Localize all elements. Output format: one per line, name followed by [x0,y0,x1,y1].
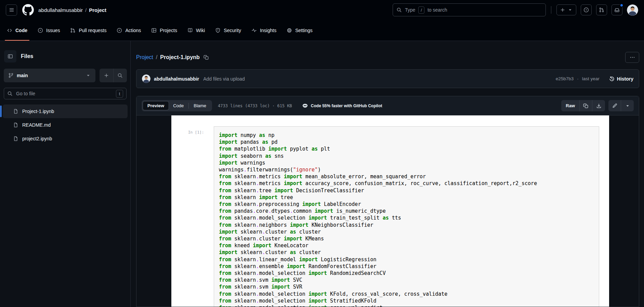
breadcrumb-owner-link[interactable]: abdullahalmusabbir [38,7,83,13]
code-line: from sklearn.metrics import mean_absolut… [219,173,599,180]
nav-tab-label: Code [15,28,27,33]
code-line: from sklearn.linear_model import Logisti… [219,256,599,263]
file-view-toolbar: PreviewCodeBlame 4733 lines (4733 loc) ·… [136,96,639,115]
nav-tab-code[interactable]: Code [2,20,32,41]
download-raw-button[interactable] [592,100,605,111]
code-line: from sklearn.svm import SVC [219,277,599,283]
hamburger-menu-button[interactable] [6,4,17,16]
breadcrumb-separator: / [156,54,157,60]
menu-icon [9,7,14,13]
plus-icon [560,7,565,13]
nav-tab-issues[interactable]: Issues [32,20,65,41]
git-branch-icon [8,73,14,78]
commit-author-image [142,74,150,83]
history-button[interactable]: History [609,76,633,82]
code-line: from sklearn.tree import DecisionTreeCla… [219,187,599,194]
edit-actions-group [608,100,634,111]
nav-tab-label: Wiki [196,28,205,33]
code-line: from sklearn.svm import SVR [219,283,599,290]
copilot-icon [302,103,308,109]
user-avatar-button[interactable] [627,4,638,16]
file-view: PreviewCodeBlame 4733 lines (4733 loc) ·… [136,96,639,307]
pencil-icon [612,103,617,109]
history-label: History [617,76,633,82]
commit-author-avatar[interactable] [142,74,150,83]
file-tree-item[interactable]: Project-1.ipynb [3,104,128,118]
add-file-button[interactable] [100,69,114,82]
pr-icon [70,28,76,33]
notebook-page: In [1]: import numpy as npimport pandas … [171,115,609,307]
commit-author-link[interactable]: abdullahalmusabbir [154,76,199,82]
commit-meta-separator: · [577,76,579,81]
code-line: from sklearn.model_selection import Stra… [219,297,599,304]
search-this-repo-button[interactable] [114,69,127,82]
global-search-input[interactable]: Type / to search [393,3,546,16]
code-line: from sklearn.model_selection import cros… [219,304,599,307]
code-block: import numpy as npimport pandas as pdfro… [219,132,599,307]
view-tab-code[interactable]: Code [169,101,188,110]
nav-tab-label: Insights [260,28,276,33]
inbox-button[interactable] [612,4,622,15]
branch-name: main [17,73,82,78]
file-tree-item[interactable]: project2.ipynb [3,132,128,145]
nav-tab-label: Settings [295,28,313,33]
more-options-button[interactable] [625,52,639,63]
github-logo[interactable] [22,4,34,16]
repo-nav: CodeIssuesPull requestsActionsProjectsWi… [0,20,644,41]
nav-tab-settings[interactable]: Settings [281,20,318,41]
notification-dot [620,3,623,7]
nav-tab-security[interactable]: Security [210,20,246,41]
user-avatar-image [627,4,638,16]
code-line: import pandas as pd [219,139,599,145]
code-line: import sklearn.cluster as cluster [219,228,599,235]
code-line: import numpy as np [219,132,599,139]
nav-tab-label: Security [224,28,241,33]
breadcrumb-repo-root-link[interactable]: Project [136,54,153,60]
code-line: from sklearn.cluster import KMeans [219,235,599,242]
file-icon [13,109,18,114]
raw-button[interactable]: Raw [561,100,580,111]
goto-file-input[interactable] [15,90,113,97]
file-meta: 4733 lines (4733 loc) · 615 KB [218,103,292,108]
kebab-icon [630,55,635,60]
copy-path-button[interactable] [203,55,209,60]
code-cell: import numpy as npimport pandas as pdfro… [214,126,599,307]
files-title: Files [21,53,33,59]
view-tab-blame[interactable]: Blame [189,101,211,110]
commit-sha-link[interactable]: e25b7b3 [556,76,574,81]
commit-message-link[interactable]: Add files via upload [203,76,245,82]
copilot-text: Code 55% faster with GitHub Copilot [311,103,382,108]
copy-raw-button[interactable] [580,100,592,111]
nav-tab-projects[interactable]: Projects [146,20,182,41]
view-tab-preview[interactable]: Preview [143,101,169,110]
file-tree-item[interactable]: README.md [3,118,128,132]
file-actions-group [100,69,127,82]
search-placeholder-prefix: Type [405,7,415,13]
nav-tab-insights[interactable]: Insights [246,20,281,41]
nav-tab-actions[interactable]: Actions [111,20,146,41]
code-line: import warnings [219,159,599,166]
sidebar-panel-icon [8,54,13,59]
nav-tab-label: Projects [160,28,177,33]
book-icon [187,28,193,33]
create-new-button[interactable] [556,4,576,15]
edit-dropdown-button[interactable] [621,100,634,111]
issue-opened-icon [583,7,589,13]
t-key-hint: t [116,90,123,98]
issue-icon [38,28,43,33]
nav-tab-label: Issues [46,28,60,33]
collapse-file-tree-button[interactable] [4,50,16,62]
file-name: README.md [22,122,51,128]
code-line: from pandas.core.dtypes.common import is… [219,208,599,214]
caret-down-icon [625,103,630,109]
repo-main: Files main t Project-1.ipynbREADME.mdpro… [0,41,644,307]
copilot-banner[interactable]: Code 55% faster with GitHub Copilot [302,103,382,109]
tab-divider [188,103,189,109]
issues-button[interactable] [581,4,592,15]
nav-tab-wiki[interactable]: Wiki [182,20,210,41]
pull-requests-button[interactable] [596,4,607,15]
branch-selector[interactable]: main [4,69,95,82]
nav-tab-pull-requests[interactable]: Pull requests [65,20,111,41]
breadcrumb-repo-link[interactable]: Project [89,7,106,13]
edit-file-button[interactable] [608,100,621,111]
